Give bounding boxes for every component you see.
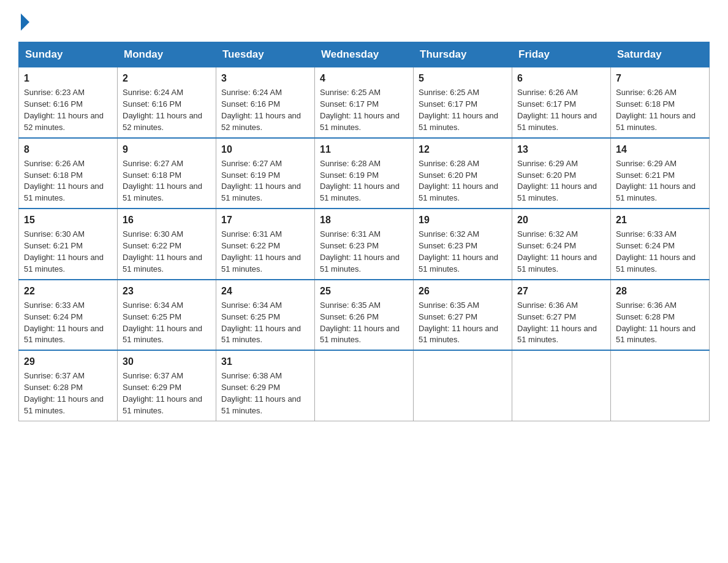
- calendar-day-cell: 15 Sunrise: 6:30 AM Sunset: 6:21 PM Dayl…: [19, 209, 118, 280]
- calendar-day-cell: 26 Sunrise: 6:35 AM Sunset: 6:27 PM Dayl…: [414, 280, 512, 351]
- calendar-day-cell: 22 Sunrise: 6:33 AM Sunset: 6:24 PM Dayl…: [19, 280, 118, 351]
- calendar-day-cell: 11 Sunrise: 6:28 AM Sunset: 6:19 PM Dayl…: [315, 138, 414, 209]
- calendar-day-header: Tuesday: [216, 42, 315, 67]
- calendar-day-cell: [512, 350, 611, 421]
- calendar-day-header: Friday: [512, 42, 611, 67]
- sunset-label: Sunset: 6:20 PM: [419, 170, 477, 180]
- sunset-label: Sunset: 6:20 PM: [517, 170, 576, 180]
- day-number: 28: [616, 284, 704, 298]
- sunset-label: Sunset: 6:29 PM: [221, 383, 280, 392]
- day-number: 27: [517, 284, 605, 298]
- day-number: 12: [419, 142, 507, 156]
- daylight-label: Daylight: 11 hours and 51 minutes.: [24, 182, 104, 202]
- sunset-label: Sunset: 6:25 PM: [221, 312, 280, 321]
- daylight-label: Daylight: 11 hours and 51 minutes.: [221, 324, 301, 345]
- calendar-day-cell: 27 Sunrise: 6:36 AM Sunset: 6:27 PM Dayl…: [512, 280, 611, 351]
- calendar-day-header: Wednesday: [315, 42, 414, 67]
- day-number: 7: [616, 71, 704, 85]
- daylight-label: Daylight: 11 hours and 51 minutes.: [616, 253, 696, 274]
- daylight-label: Daylight: 11 hours and 51 minutes.: [221, 253, 301, 274]
- sunrise-label: Sunrise: 6:31 AM: [221, 229, 282, 239]
- sunset-label: Sunset: 6:18 PM: [616, 99, 675, 109]
- sunset-label: Sunset: 6:21 PM: [24, 241, 83, 250]
- calendar-day-cell: 6 Sunrise: 6:26 AM Sunset: 6:17 PM Dayli…: [512, 67, 611, 138]
- day-number: 17: [221, 213, 309, 227]
- sunset-label: Sunset: 6:25 PM: [123, 312, 181, 321]
- daylight-label: Daylight: 11 hours and 51 minutes.: [221, 394, 301, 415]
- calendar-day-cell: 31 Sunrise: 6:38 AM Sunset: 6:29 PM Dayl…: [216, 350, 315, 421]
- daylight-label: Daylight: 11 hours and 51 minutes.: [517, 182, 597, 202]
- calendar-day-header: Saturday: [611, 42, 710, 67]
- day-number: 8: [24, 142, 112, 156]
- calendar-day-cell: 23 Sunrise: 6:34 AM Sunset: 6:25 PM Dayl…: [118, 280, 216, 351]
- daylight-label: Daylight: 11 hours and 51 minutes.: [123, 324, 202, 345]
- sunrise-label: Sunrise: 6:29 AM: [517, 159, 578, 168]
- day-number: 18: [320, 213, 408, 227]
- calendar-day-cell: 19 Sunrise: 6:32 AM Sunset: 6:23 PM Dayl…: [414, 209, 512, 280]
- day-number: 26: [419, 284, 507, 298]
- sunset-label: Sunset: 6:23 PM: [320, 241, 379, 250]
- sunrise-label: Sunrise: 6:24 AM: [221, 88, 282, 97]
- sunset-label: Sunset: 6:19 PM: [320, 170, 379, 180]
- calendar-day-cell: 24 Sunrise: 6:34 AM Sunset: 6:25 PM Dayl…: [216, 280, 315, 351]
- calendar-table: SundayMondayTuesdayWednesdayThursdayFrid…: [18, 42, 710, 421]
- calendar-day-cell: 16 Sunrise: 6:30 AM Sunset: 6:22 PM Dayl…: [118, 209, 216, 280]
- sunset-label: Sunset: 6:28 PM: [24, 383, 83, 392]
- day-number: 6: [517, 71, 605, 85]
- calendar-day-cell: 7 Sunrise: 6:26 AM Sunset: 6:18 PM Dayli…: [611, 67, 710, 138]
- sunrise-label: Sunrise: 6:27 AM: [221, 159, 282, 168]
- calendar-day-cell: 3 Sunrise: 6:24 AM Sunset: 6:16 PM Dayli…: [216, 67, 315, 138]
- daylight-label: Daylight: 11 hours and 51 minutes.: [24, 324, 104, 345]
- calendar-day-header: Monday: [118, 42, 216, 67]
- sunset-label: Sunset: 6:17 PM: [419, 99, 477, 109]
- sunset-label: Sunset: 6:22 PM: [123, 241, 181, 250]
- day-number: 13: [517, 142, 605, 156]
- calendar-day-cell: [315, 350, 414, 421]
- calendar-header-row: SundayMondayTuesdayWednesdayThursdayFrid…: [19, 42, 710, 67]
- daylight-label: Daylight: 11 hours and 51 minutes.: [320, 182, 400, 202]
- day-number: 9: [123, 142, 211, 156]
- sunrise-label: Sunrise: 6:25 AM: [419, 88, 479, 97]
- calendar-day-cell: 14 Sunrise: 6:29 AM Sunset: 6:21 PM Dayl…: [611, 138, 710, 209]
- daylight-label: Daylight: 11 hours and 51 minutes.: [517, 111, 597, 132]
- daylight-label: Daylight: 11 hours and 51 minutes.: [616, 182, 696, 202]
- day-number: 23: [123, 284, 211, 298]
- sunset-label: Sunset: 6:16 PM: [123, 99, 181, 109]
- calendar-day-cell: 12 Sunrise: 6:28 AM Sunset: 6:20 PM Dayl…: [414, 138, 512, 209]
- daylight-label: Daylight: 11 hours and 51 minutes.: [616, 324, 696, 345]
- page-header: [18, 12, 710, 29]
- daylight-label: Daylight: 11 hours and 51 minutes.: [320, 253, 400, 274]
- sunrise-label: Sunrise: 6:28 AM: [320, 159, 381, 168]
- sunrise-label: Sunrise: 6:27 AM: [123, 159, 183, 168]
- sunrise-label: Sunrise: 6:37 AM: [24, 371, 85, 380]
- sunrise-label: Sunrise: 6:25 AM: [320, 88, 381, 97]
- daylight-label: Daylight: 11 hours and 52 minutes.: [123, 111, 202, 132]
- daylight-label: Daylight: 11 hours and 51 minutes.: [123, 253, 202, 274]
- day-number: 14: [616, 142, 704, 156]
- daylight-label: Daylight: 11 hours and 51 minutes.: [221, 182, 301, 202]
- sunrise-label: Sunrise: 6:26 AM: [24, 159, 85, 168]
- sunrise-label: Sunrise: 6:34 AM: [221, 301, 282, 310]
- day-number: 15: [24, 213, 112, 227]
- calendar-day-cell: 30 Sunrise: 6:37 AM Sunset: 6:29 PM Dayl…: [118, 350, 216, 421]
- daylight-label: Daylight: 11 hours and 51 minutes.: [419, 253, 498, 274]
- sunset-label: Sunset: 6:26 PM: [320, 312, 379, 321]
- sunrise-label: Sunrise: 6:29 AM: [616, 159, 677, 168]
- daylight-label: Daylight: 11 hours and 52 minutes.: [24, 111, 104, 132]
- sunrise-label: Sunrise: 6:34 AM: [123, 301, 183, 310]
- sunrise-label: Sunrise: 6:26 AM: [616, 88, 677, 97]
- sunrise-label: Sunrise: 6:26 AM: [517, 88, 578, 97]
- day-number: 29: [24, 354, 112, 369]
- daylight-label: Daylight: 11 hours and 51 minutes.: [123, 394, 202, 415]
- calendar-day-cell: 25 Sunrise: 6:35 AM Sunset: 6:26 PM Dayl…: [315, 280, 414, 351]
- sunrise-label: Sunrise: 6:36 AM: [616, 301, 677, 310]
- day-number: 5: [419, 71, 507, 85]
- sunset-label: Sunset: 6:21 PM: [616, 170, 675, 180]
- day-number: 24: [221, 284, 309, 298]
- sunset-label: Sunset: 6:28 PM: [616, 312, 675, 321]
- calendar-day-header: Thursday: [414, 42, 512, 67]
- sunrise-label: Sunrise: 6:37 AM: [123, 371, 183, 380]
- daylight-label: Daylight: 11 hours and 51 minutes.: [419, 324, 498, 345]
- sunset-label: Sunset: 6:29 PM: [123, 383, 181, 392]
- day-number: 11: [320, 142, 408, 156]
